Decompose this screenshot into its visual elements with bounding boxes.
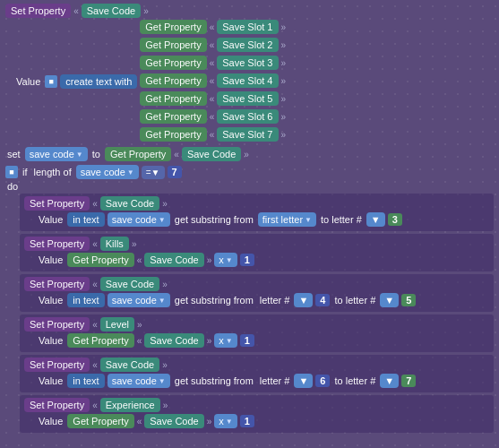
get-property-block-5[interactable]: Get Property bbox=[140, 91, 206, 106]
save-slot-4: Save Slot 4 bbox=[217, 73, 278, 88]
do-block-1-set-row: Set Property « Save Code » bbox=[24, 196, 489, 211]
do-kills-value: Kills bbox=[100, 237, 129, 251]
if-keyword: if bbox=[21, 167, 30, 177]
num-7: 7 bbox=[401, 375, 416, 387]
do-set-property-6[interactable]: Set Property bbox=[24, 398, 90, 412]
do-block-6-set-row: Set Property « Experience » bbox=[24, 398, 489, 412]
get-properties-list: Get Property « Save Slot 1 » Get Propert… bbox=[140, 20, 286, 143]
get-prop-row-1: Get Property « Save Slot 1 » bbox=[140, 20, 286, 34]
get-prop-row-2: Get Property « Save Slot 2 » bbox=[140, 38, 286, 52]
checkbox-icon[interactable]: ■ bbox=[45, 75, 57, 88]
first-letter-dropdown[interactable]: first letter ▼ bbox=[258, 212, 316, 227]
get-property-block-1[interactable]: Get Property bbox=[140, 20, 206, 34]
do-block-5-value-row: Value in text save code ▼ get substring … bbox=[37, 374, 489, 388]
do-block-2: Set Property « Kills » Value Get Propert… bbox=[20, 234, 494, 271]
num-5: 5 bbox=[401, 294, 416, 306]
do-level-value: Level bbox=[100, 317, 134, 332]
number-7: 7 bbox=[168, 166, 182, 178]
get-prop-row-3: Get Property « Save Slot 3 » bbox=[140, 56, 286, 70]
get-property-level[interactable]: Get Property bbox=[67, 333, 133, 348]
op-dropdown-6[interactable]: x ▼ bbox=[214, 414, 237, 428]
get-property-block-6[interactable]: Get Property bbox=[140, 109, 206, 124]
from-letter-dropdown-5[interactable]: ▼ bbox=[294, 374, 313, 388]
do-block-4-set-row: Set Property « Level » bbox=[24, 317, 489, 332]
get-property-label: Get Property bbox=[110, 149, 166, 159]
save-code-dropdown-5[interactable]: save code ▼ bbox=[108, 374, 170, 388]
do-block-3-value-row: Value in text save code ▼ get substring … bbox=[37, 293, 489, 307]
set-save-code-value: Save Code bbox=[182, 147, 241, 161]
num-3: 3 bbox=[388, 213, 402, 226]
do-block-6: Set Property « Experience » Value Get Pr… bbox=[20, 395, 494, 433]
save-code-text: Save Code bbox=[87, 5, 135, 16]
get-property-block-2[interactable]: Get Property bbox=[140, 38, 206, 52]
exp-save-code: Save Code bbox=[144, 414, 203, 428]
var-name: save code bbox=[30, 149, 74, 159]
num-4: 4 bbox=[315, 294, 330, 306]
do-set-property-5[interactable]: Set Property bbox=[24, 358, 90, 372]
if-var-dropdown[interactable]: save code ▼ bbox=[76, 165, 139, 179]
num-6: 6 bbox=[315, 375, 330, 387]
get-property-kills[interactable]: Get Property bbox=[67, 253, 133, 267]
do-block-2-value-row: Value Get Property « Save Code » x ▼ 1 bbox=[37, 253, 489, 267]
in-text-block-5[interactable]: in text bbox=[67, 374, 104, 388]
do-block-4-value-row: Value Get Property « Save Code » x ▼ 1 bbox=[37, 333, 489, 348]
save-slot-7: Save Slot 7 bbox=[217, 127, 278, 142]
get-property-exp[interactable]: Get Property bbox=[67, 414, 133, 428]
save-code-var-dropdown[interactable]: save code ▼ bbox=[25, 147, 88, 161]
in-text-block-1[interactable]: in text bbox=[67, 212, 104, 227]
save-slot-6: Save Slot 6 bbox=[217, 109, 278, 124]
op-dropdown-4[interactable]: x ▼ bbox=[214, 333, 237, 348]
do-section: Set Property « Save Code » Value in text… bbox=[20, 194, 494, 433]
from-letter-dropdown-3[interactable]: ▼ bbox=[294, 293, 313, 307]
kills-save-code: Save Code bbox=[144, 253, 203, 267]
do-block-5-set-row: Set Property « Save Code » bbox=[24, 358, 489, 372]
set-save-code-row: set save code ▼ to Get Property « Save C… bbox=[5, 147, 494, 161]
do-block-6-value-row: Value Get Property « Save Code » x ▼ 1 bbox=[37, 414, 489, 428]
do-save-code-5: Save Code bbox=[100, 358, 159, 372]
to-letter-dropdown-3[interactable]: ▼ bbox=[380, 293, 399, 307]
if-checkbox-icon[interactable]: ■ bbox=[5, 166, 18, 178]
value-create-text-row: Value ■ create text with Get Property « … bbox=[14, 20, 494, 143]
do-block-2-set-row: Set Property « Kills » bbox=[24, 237, 489, 251]
top-set-property-row: Set Property « Save Code » bbox=[5, 4, 494, 18]
do-keyword: do bbox=[5, 181, 20, 192]
save-code-dropdown-3[interactable]: save code ▼ bbox=[108, 293, 170, 307]
get-property-block-7[interactable]: Get Property bbox=[140, 127, 206, 142]
do-set-property-1[interactable]: Set Property bbox=[24, 196, 90, 211]
do-label-row: do bbox=[5, 181, 494, 192]
to-letter-dropdown-1[interactable]: ▼ bbox=[366, 212, 385, 227]
create-text-block[interactable]: create text with bbox=[60, 74, 137, 89]
save-code-value: Save Code bbox=[82, 4, 141, 18]
get-property-block-3[interactable]: Get Property bbox=[140, 56, 206, 70]
do-block-3: Set Property « Save Code » Value in text… bbox=[20, 274, 494, 312]
do-set-property-4[interactable]: Set Property bbox=[24, 317, 90, 332]
get-prop-row-6: Get Property « Save Slot 6 » bbox=[140, 109, 286, 124]
get-prop-label-1: Get Property bbox=[145, 22, 201, 32]
save-slot-5: Save Slot 5 bbox=[217, 91, 278, 106]
op-dropdown-2[interactable]: x ▼ bbox=[214, 253, 237, 267]
get-sub-label-1: get substring from bbox=[173, 214, 255, 225]
save-code-dropdown-1[interactable]: save code ▼ bbox=[108, 212, 170, 227]
num-1-kills: 1 bbox=[240, 254, 254, 266]
get-prop-row-5: Get Property « Save Slot 5 » bbox=[140, 91, 286, 106]
do-block-1-value-row: Value in text save code ▼ get substring … bbox=[37, 212, 489, 227]
get-prop-row-7: Get Property « Save Slot 7 » bbox=[140, 127, 286, 142]
level-save-code: Save Code bbox=[144, 333, 203, 348]
do-block-1: Set Property « Save Code » Value in text… bbox=[20, 194, 494, 231]
quote-open: « bbox=[73, 6, 79, 16]
do-set-property-3[interactable]: Set Property bbox=[24, 277, 90, 291]
get-property-block-4[interactable]: Get Property bbox=[140, 73, 206, 88]
do-block-5: Set Property « Save Code » Value in text… bbox=[20, 355, 494, 392]
save-slot-2: Save Slot 2 bbox=[217, 38, 278, 52]
do-save-code-1: Save Code bbox=[100, 196, 159, 211]
to-keyword: to bbox=[90, 149, 102, 159]
in-text-block-3[interactable]: in text bbox=[67, 293, 104, 307]
save-slot-3: Save Slot 3 bbox=[217, 56, 278, 70]
eq-operator[interactable]: =▼ bbox=[142, 166, 165, 179]
top-set-property-block[interactable]: Set Property bbox=[5, 4, 71, 18]
do-set-property-2[interactable]: Set Property bbox=[24, 237, 90, 251]
value-label-1: Value bbox=[37, 214, 65, 225]
num-1-exp: 1 bbox=[240, 415, 254, 427]
set-get-property-block[interactable]: Get Property bbox=[105, 147, 171, 161]
to-letter-dropdown-5[interactable]: ▼ bbox=[380, 374, 399, 388]
